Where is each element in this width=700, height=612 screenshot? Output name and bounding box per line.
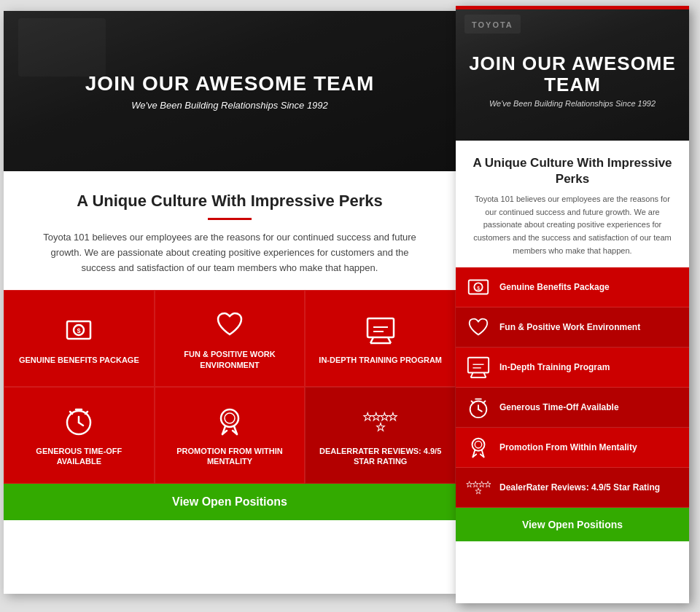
list-promotion-label: Promotion From Within Mentality — [499, 442, 637, 452]
svg-point-16 — [225, 413, 235, 423]
desktop-card: JOIN OUR AWESOME TEAM We've Been Buildin… — [4, 11, 456, 594]
mobile-hero-overlay: JOIN OUR AWESOME TEAM We've Been Buildin… — [456, 6, 689, 141]
svg-text:$: $ — [77, 327, 81, 334]
svg-rect-29 — [468, 358, 489, 373]
svg-marker-24 — [389, 412, 397, 420]
svg-line-11 — [79, 423, 83, 425]
perk-promotion: Promotion From Within Mentality — [155, 387, 306, 484]
svg-text:$: $ — [477, 286, 480, 291]
culture-title: A Unique Culture With Impressive Perks — [33, 192, 427, 211]
svg-marker-48 — [472, 482, 478, 487]
benefits-icon: $ — [61, 313, 96, 348]
list-dealerrater-label: DealerRater Reviews: 4.9/5 Star Rating — [499, 482, 660, 493]
hero-subtitle: We've Been Building Relationships Since … — [131, 100, 328, 111]
mobile-culture-body: Toyota 101 believes our employees are th… — [469, 193, 676, 257]
award-icon — [212, 404, 247, 439]
culture-section: A Unique Culture With Impressive Perks T… — [4, 171, 456, 290]
top-red-bar — [456, 6, 689, 9]
svg-point-41 — [472, 439, 485, 451]
list-heart-icon — [466, 315, 491, 340]
hero-section: JOIN OUR AWESOME TEAM We've Been Buildin… — [4, 11, 456, 171]
svg-marker-50 — [485, 482, 491, 487]
perks-grid: $ Genuine Benefits Package Fun & Positiv… — [4, 290, 456, 483]
cta-label-front: View Open Positions — [522, 519, 623, 530]
list-timeoff-label: Generous Time-Off Available — [499, 402, 619, 412]
svg-marker-49 — [479, 482, 485, 487]
training-label: In-Depth Training Program — [319, 355, 442, 365]
list-item-promotion: Promotion From Within Mentality — [456, 428, 689, 468]
list-environment-label: Fun & Positive Work Environment — [499, 322, 640, 332]
svg-point-15 — [221, 409, 238, 427]
training-icon — [363, 313, 398, 348]
perk-benefits: $ Genuine Benefits Package — [4, 290, 155, 387]
mobile-card: TOYOTA JOIN OUR AWESOME TEAM We've Been … — [456, 6, 689, 603]
culture-body: Toyota 101 believes our employees are th… — [33, 230, 427, 275]
svg-line-37 — [478, 409, 482, 412]
list-item-training: In-Depth Training Program — [456, 348, 689, 388]
svg-line-31 — [484, 373, 486, 378]
list-award-icon — [466, 435, 491, 460]
mobile-hero-section: TOYOTA JOIN OUR AWESOME TEAM We've Been … — [456, 6, 689, 141]
environment-label: Fun & Positive Work Environment — [164, 349, 296, 370]
svg-line-40 — [483, 401, 486, 404]
list-item-environment: Fun & Positive Work Environment — [456, 307, 689, 348]
perk-dealerrater: DealerRater Reviews: 4.9/5 Star Rating — [305, 387, 456, 484]
svg-marker-51 — [475, 488, 481, 494]
benefits-label: Genuine Benefits Package — [19, 355, 139, 365]
cta-label-back: View Open Positions — [172, 495, 287, 508]
svg-line-39 — [472, 401, 474, 404]
svg-marker-47 — [467, 482, 472, 487]
clock-icon — [61, 404, 96, 439]
mobile-hero-title: JOIN OUR AWESOME TEAM — [456, 53, 689, 95]
list-item-dealerrater: DealerRater Reviews: 4.9/5 Star Rating — [456, 468, 689, 508]
svg-line-30 — [471, 373, 473, 378]
list-benefits-label: Genuine Benefits Package — [499, 282, 610, 292]
list-benefits-icon: $ — [466, 275, 491, 299]
perks-list: $ Genuine Benefits Package Fun & Positiv… — [456, 267, 689, 508]
perk-training: In-Depth Training Program — [305, 290, 456, 387]
svg-marker-22 — [372, 412, 380, 420]
list-item-timeoff: Generous Time-Off Available — [456, 388, 689, 428]
mobile-culture-title: A Unique Culture With Impressive Perks — [469, 155, 676, 187]
svg-marker-21 — [364, 412, 372, 420]
dealerrater-label: DealerRater Reviews: 4.9/5 Star Rating — [314, 446, 446, 467]
list-item-benefits: $ Genuine Benefits Package — [456, 267, 689, 307]
cta-button-back[interactable]: View Open Positions — [4, 484, 456, 520]
cta-button-front[interactable]: View Open Positions — [456, 508, 689, 541]
svg-point-42 — [475, 442, 481, 448]
heart-icon — [212, 307, 247, 342]
hero-title: JOIN OUR AWESOME TEAM — [85, 72, 374, 95]
svg-marker-25 — [376, 423, 384, 431]
svg-marker-23 — [381, 412, 389, 420]
culture-divider — [208, 218, 252, 220]
list-training-icon — [466, 355, 491, 380]
promotion-label: Promotion From Within Mentality — [164, 446, 296, 467]
star-icon — [363, 404, 398, 439]
hero-overlay: JOIN OUR AWESOME TEAM We've Been Buildin… — [4, 11, 456, 171]
mobile-culture-section: A Unique Culture With Impressive Perks T… — [456, 141, 689, 267]
list-training-label: In-Depth Training Program — [499, 362, 610, 372]
perk-timeoff: Generous Time-Off Available — [4, 387, 155, 484]
mobile-hero-subtitle: We've Been Building Relationships Since … — [489, 99, 656, 108]
list-star-icon — [466, 475, 491, 500]
timeoff-label: Generous Time-Off Available — [13, 446, 145, 467]
perk-environment: Fun & Positive Work Environment — [155, 290, 306, 387]
list-clock-icon — [466, 395, 491, 420]
